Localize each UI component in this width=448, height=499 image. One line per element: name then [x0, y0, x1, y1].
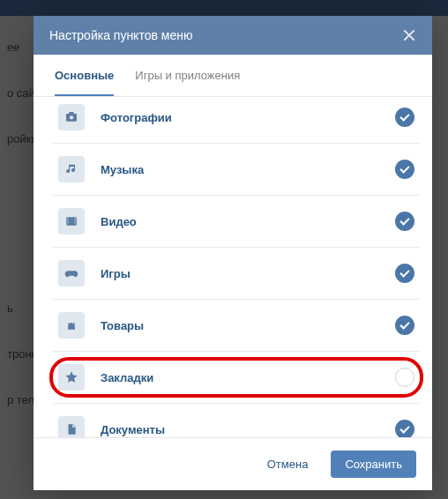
menu-item-label: Товары: [101, 319, 395, 332]
save-button[interactable]: Сохранить: [331, 451, 416, 478]
menu-item-row[interactable]: Товары: [53, 299, 420, 351]
svg-rect-1: [69, 112, 73, 115]
svg-point-2: [70, 115, 73, 119]
svg-rect-8: [75, 220, 76, 221]
modal-header: Настройка пунктов меню: [34, 16, 432, 55]
music-icon: [58, 156, 85, 182]
star-icon: [58, 364, 85, 391]
menu-item-row[interactable]: Видео: [53, 195, 420, 247]
toggle-off[interactable]: [395, 368, 414, 387]
modal-footer: Отмена Сохранить: [34, 437, 432, 490]
toggle-on[interactable]: [395, 316, 414, 335]
menu-item-label: Игры: [101, 267, 395, 280]
menu-item-row[interactable]: Закладки: [53, 351, 420, 403]
toggle-on[interactable]: [395, 160, 414, 179]
svg-rect-7: [75, 219, 76, 220]
menu-item-label: Музыка: [101, 163, 395, 176]
close-icon[interactable]: [402, 28, 416, 42]
tab-games-apps[interactable]: Игры и приложения: [135, 55, 240, 96]
doc-icon: [58, 416, 85, 437]
menu-item-label: Документы: [101, 423, 395, 436]
svg-rect-4: [67, 219, 68, 220]
tab-primary[interactable]: Основные: [55, 55, 114, 96]
toggle-on[interactable]: [395, 264, 414, 283]
menu-item-label: Видео: [101, 215, 395, 228]
menu-item-row[interactable]: Фотографии: [53, 97, 420, 143]
video-icon: [58, 208, 85, 235]
market-icon: [58, 312, 85, 339]
toggle-on[interactable]: [395, 212, 414, 231]
menu-item-label: Фотографии: [101, 111, 395, 124]
menu-item-row[interactable]: Документы: [53, 403, 420, 437]
photo-icon: [58, 104, 85, 130]
svg-rect-6: [67, 222, 68, 223]
tabs: Основные Игры и приложения: [34, 55, 432, 97]
svg-rect-5: [67, 220, 68, 221]
menu-item-label: Закладки: [101, 371, 395, 384]
menu-settings-modal: Настройка пунктов меню Основные Игры и п…: [34, 16, 432, 490]
menu-item-row[interactable]: Музыка: [53, 143, 420, 195]
menu-item-row[interactable]: Игры: [53, 247, 420, 299]
toggle-on[interactable]: [395, 420, 414, 437]
games-icon: [58, 260, 85, 287]
svg-rect-9: [75, 222, 76, 223]
modal-title: Настройка пунктов меню: [49, 28, 192, 42]
toggle-on[interactable]: [395, 108, 414, 127]
menu-items-list[interactable]: ФотографииМузыкаВидеоИгрыТоварыЗакладкиД…: [34, 97, 432, 437]
cancel-button[interactable]: Отмена: [253, 451, 323, 478]
